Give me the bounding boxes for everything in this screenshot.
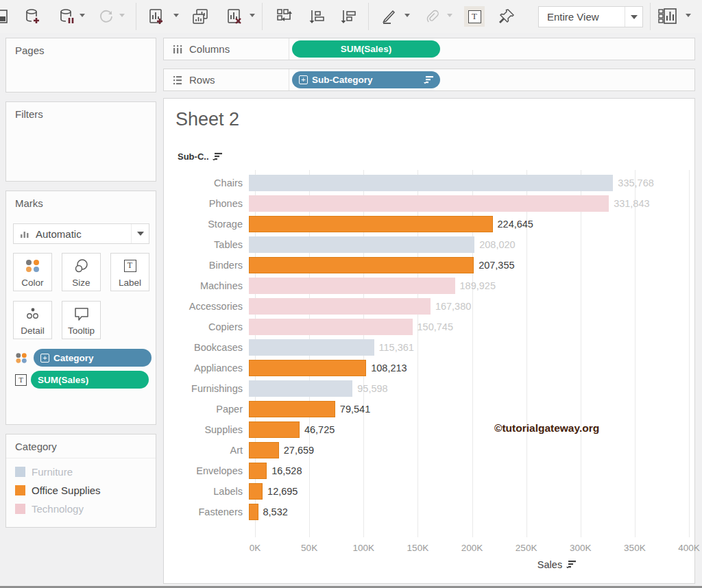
pause-updates-caret-icon[interactable] [80, 14, 85, 17]
columns-shelf[interactable]: Columns SUM(Sales) [163, 38, 695, 60]
mark-type-caret-icon[interactable] [131, 224, 149, 243]
paperclip-icon[interactable] [423, 8, 441, 25]
bar-value-label: 108,213 [371, 363, 407, 373]
row-label[interactable]: Appliances [164, 363, 249, 373]
tooltip-button[interactable]: Tooltip [62, 301, 101, 339]
bar-row: Bookcases115,361 [164, 337, 694, 358]
category-pill[interactable]: + Category [34, 349, 152, 367]
row-label[interactable]: Labels [164, 486, 249, 497]
row-label[interactable]: Chairs [164, 177, 249, 188]
bar-value-label: 150,745 [417, 321, 453, 332]
header-sort-icon[interactable] [213, 153, 222, 161]
clear-sheet-icon[interactable] [226, 8, 243, 25]
bar-value-label: 331,843 [614, 198, 649, 209]
swap-rows-columns-icon[interactable] [276, 8, 293, 25]
new-worksheet-caret-icon[interactable] [173, 14, 179, 17]
legend-item-office-supplies[interactable]: Office Supplies [6, 481, 156, 500]
size-button[interactable]: Size [62, 253, 101, 291]
show-me-caret-icon[interactable] [686, 14, 691, 17]
bar-row: Binders207,355 [164, 255, 694, 275]
pages-shelf[interactable]: Pages [5, 38, 156, 93]
bar-row: Appliances108,213 [164, 358, 694, 378]
paperclip-caret-icon[interactable] [447, 14, 452, 17]
bar-mark[interactable] [249, 319, 413, 335]
add-data-source-icon[interactable] [23, 8, 41, 25]
fit-view-dropdown[interactable]: Entire View [538, 6, 643, 27]
bar-mark[interactable] [249, 236, 474, 253]
row-label[interactable]: Accessories [164, 301, 249, 312]
sort-descending-icon[interactable] [339, 8, 356, 25]
row-label[interactable]: Paper [164, 404, 249, 415]
bar-mark[interactable] [249, 360, 366, 376]
fix-axes-pin-icon[interactable] [498, 8, 516, 25]
bar-mark[interactable] [249, 463, 267, 479]
bar-mark[interactable] [249, 278, 455, 294]
row-label[interactable]: Bookcases [164, 342, 249, 353]
expand-plus-icon[interactable]: + [299, 75, 308, 84]
bar-mark[interactable] [249, 195, 609, 212]
columns-shelf-label-row: Columns [164, 38, 289, 60]
color-button[interactable]: Color [13, 253, 52, 291]
x-tick-label: 50K [301, 543, 317, 553]
bar-mark[interactable] [249, 298, 431, 315]
marks-title: Marks [6, 191, 156, 209]
fit-view-caret-icon[interactable] [625, 7, 642, 27]
detail-button[interactable]: Detail [13, 301, 52, 339]
pause-auto-updates-icon[interactable] [58, 8, 75, 25]
mark-type-dropdown[interactable]: Automatic [13, 223, 149, 244]
toolbar-separator [136, 3, 136, 30]
sort-ascending-icon[interactable] [307, 8, 325, 25]
axis-sort-icon[interactable] [566, 561, 576, 569]
highlight-caret-icon[interactable] [404, 14, 410, 17]
row-label[interactable]: Storage [164, 219, 249, 230]
row-label[interactable]: Machines [164, 280, 249, 291]
new-worksheet-icon[interactable] [147, 8, 165, 25]
show-me-icon[interactable] [657, 8, 679, 25]
filters-shelf[interactable]: Filters [5, 101, 156, 182]
bar-mark[interactable] [249, 401, 335, 417]
x-axis-label[interactable]: Sales [420, 559, 694, 570]
refresh-caret-icon[interactable] [119, 14, 125, 17]
row-field-header[interactable]: Sub-C.. [178, 151, 222, 162]
bar-value-label: 79,541 [340, 404, 370, 415]
row-label[interactable]: Binders [164, 260, 249, 271]
expand-plus-icon[interactable]: + [40, 354, 49, 363]
bar-mark[interactable] [249, 339, 374, 356]
row-label[interactable]: Tables [164, 239, 249, 250]
clear-sheet-caret-icon[interactable] [250, 14, 255, 17]
row-label[interactable]: Supplies [164, 424, 249, 435]
bar-mark[interactable] [249, 442, 279, 458]
tooltip-icon [62, 302, 100, 326]
highlight-icon[interactable] [380, 8, 398, 25]
toolbar: T Entire View [0, 0, 702, 33]
row-label[interactable]: Envelopes [164, 465, 249, 476]
row-label[interactable]: Art [164, 445, 249, 456]
legend-item-technology[interactable]: Technology [6, 500, 156, 518]
bar-mark[interactable] [249, 483, 263, 500]
refresh-icon[interactable] [97, 8, 115, 25]
bar-mark[interactable] [249, 216, 493, 232]
row-label[interactable]: Phones [164, 198, 249, 209]
legend-item-furniture[interactable]: Furniture [6, 463, 156, 481]
sum-sales-pill[interactable]: SUM(Sales) [292, 40, 440, 58]
bar-mark[interactable] [249, 380, 352, 397]
size-icon [62, 254, 100, 278]
sheet-title[interactable]: Sheet 2 [176, 109, 239, 130]
bar-mark[interactable] [249, 175, 613, 191]
row-label[interactable]: Copiers [164, 321, 249, 332]
row-label[interactable]: Furnishings [164, 383, 249, 394]
pill-sort-icon[interactable] [424, 76, 433, 84]
bar-mark[interactable] [249, 421, 300, 438]
label-button[interactable]: T Label [110, 253, 149, 291]
rows-shelf[interactable]: Rows + Sub-Category [163, 69, 695, 91]
bar-mark[interactable] [249, 504, 258, 520]
sub-category-pill[interactable]: + Sub-Category [292, 71, 440, 88]
row-label[interactable]: Fasteners [164, 506, 249, 517]
columns-shelf-label: Columns [189, 43, 230, 55]
start-page-icon[interactable] [0, 8, 10, 25]
show-mark-labels-button[interactable]: T [464, 6, 485, 27]
duplicate-sheet-icon[interactable] [191, 8, 209, 25]
bar-mark[interactable] [249, 257, 474, 273]
sum-sales-label-pill[interactable]: SUM(Sales) [31, 371, 149, 389]
worksheet-view: Sheet 2 Sub-C.. Chairs335,768Phones331,8… [163, 98, 695, 584]
